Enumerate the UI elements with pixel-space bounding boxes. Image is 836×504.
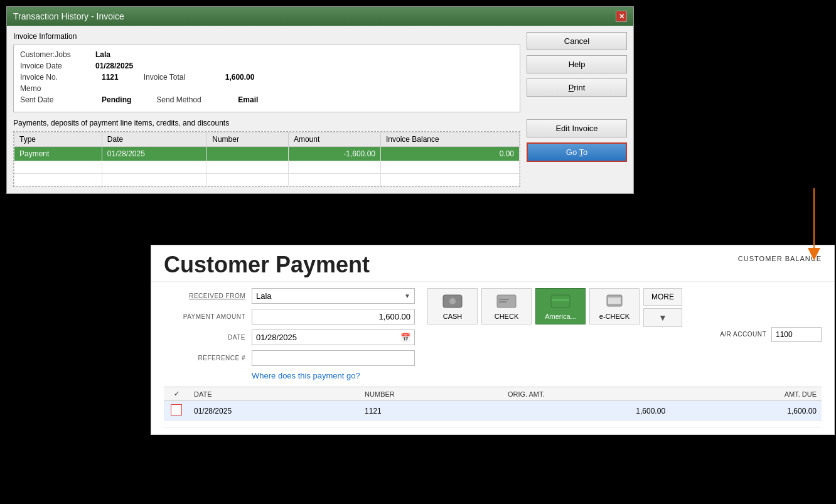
payment-link[interactable]: Where does this payment go? xyxy=(252,368,360,383)
cell-date: 01/28/2025 xyxy=(102,147,206,161)
table-row xyxy=(14,161,520,174)
more-button[interactable]: MORE xyxy=(643,288,682,306)
table-row: 01/28/2025 1121 1,600.00 1,600.00 xyxy=(164,401,822,421)
ar-account-input[interactable] xyxy=(771,327,822,342)
col-orig-amt-header: ORIG. AMT. xyxy=(503,387,670,401)
col-date: Date xyxy=(102,132,206,147)
cancel-button[interactable]: Cancel xyxy=(527,32,627,50)
invoice-no-label: Invoice No. xyxy=(20,73,95,82)
cell-amt-due: 1,600.00 xyxy=(670,401,822,421)
cell-check[interactable] xyxy=(164,401,189,421)
table-row: Payment 01/28/2025 -1,600.00 0.00 xyxy=(14,147,520,161)
close-button[interactable]: ✕ xyxy=(616,11,627,22)
col-balance: Invoice Balance xyxy=(380,132,519,147)
date-input[interactable] xyxy=(252,330,397,345)
customer-jobs-row: Customer:Jobs Lala xyxy=(20,50,513,59)
svg-rect-8 xyxy=(552,299,569,301)
orange-arrow-icon xyxy=(805,188,823,264)
dialog-right-panel: Cancel Help Print Edit Invoice Go To xyxy=(527,32,627,187)
echeck-method-button[interactable]: e-CHECK xyxy=(589,288,640,324)
america-icon xyxy=(550,292,571,310)
go-to-button[interactable]: Go To xyxy=(527,142,627,162)
reference-input[interactable] xyxy=(252,350,415,366)
svg-rect-10 xyxy=(608,298,621,304)
cell-check xyxy=(164,421,189,428)
col-amount: Amount xyxy=(288,132,380,147)
invoice-total-group: Invoice Total 1,600.00 xyxy=(144,73,255,82)
check-method-button[interactable]: CHECK xyxy=(481,288,532,324)
sent-date-group: Sent Date Pending xyxy=(20,95,131,104)
cell-date xyxy=(189,421,360,428)
payments-table: Type Date Number Amount Invoice Balance … xyxy=(14,132,520,186)
reference-label: REFERENCE # xyxy=(164,355,252,362)
col-date-header: DATE xyxy=(189,387,360,401)
edit-invoice-button[interactable]: Edit Invoice xyxy=(527,119,627,137)
cell-date xyxy=(102,174,206,186)
america-method-button[interactable]: America... xyxy=(535,288,586,324)
payment-amount-label: PAYMENT AMOUNT xyxy=(164,313,252,320)
echeck-label: e-CHECK xyxy=(599,313,630,320)
received-from-input[interactable]: Lala ▼ xyxy=(252,288,415,304)
check-icon xyxy=(496,292,517,310)
ar-account-section: A/R ACCOUNT xyxy=(720,288,822,380)
transaction-history-dialog: Transaction History - Invoice ✕ Invoice … xyxy=(6,6,634,194)
invoice-total-label: Invoice Total xyxy=(144,73,219,82)
payment-amount-input[interactable] xyxy=(252,309,415,324)
cell-balance: 0.00 xyxy=(380,147,519,161)
cell-number xyxy=(207,147,289,161)
check-label: CHECK xyxy=(495,313,519,320)
cell-date xyxy=(102,161,206,174)
payment-methods: CASH CHECK America... e-CHECK xyxy=(427,288,682,380)
cell-number xyxy=(360,421,503,428)
dropdown-arrow-icon: ▼ xyxy=(404,292,410,299)
sent-date-value: Pending xyxy=(102,95,131,104)
cash-method-button[interactable]: CASH xyxy=(427,288,478,324)
cell-number xyxy=(207,161,289,174)
customer-jobs-label: Customer:Jobs xyxy=(20,50,95,59)
cell-date: 01/28/2025 xyxy=(189,401,360,421)
table-row xyxy=(164,421,822,428)
received-from-row: RECEIVED FROM Lala ▼ xyxy=(164,288,415,304)
cell-balance xyxy=(380,174,519,186)
reference-row: REFERENCE # xyxy=(164,350,415,366)
cell-type xyxy=(14,174,102,186)
cell-orig-amt xyxy=(503,421,670,428)
cell-amount xyxy=(288,174,380,186)
cell-balance xyxy=(380,161,519,174)
dialog-left-panel: Invoice Information Customer:Jobs Lala I… xyxy=(13,32,520,187)
payments-table-wrap: Type Date Number Amount Invoice Balance … xyxy=(13,131,520,187)
dialog-titlebar: Transaction History - Invoice ✕ xyxy=(7,7,633,26)
help-button[interactable]: Help xyxy=(527,55,627,73)
received-from-value: Lala xyxy=(256,291,404,301)
cp-header: Customer Payment CUSTOMER BALANCE xyxy=(151,245,834,282)
date-label: DATE xyxy=(164,334,252,341)
send-method-value: Email xyxy=(238,95,258,104)
dialog-title: Transaction History - Invoice xyxy=(13,11,124,21)
invoice-info-label: Invoice Information xyxy=(13,32,520,41)
dialog-body: Invoice Information Customer:Jobs Lala I… xyxy=(7,26,633,193)
down-button[interactable]: ▼ xyxy=(643,308,682,327)
cp-table: ✓ DATE NUMBER ORIG. AMT. AMT. DUE 01/28/… xyxy=(164,387,822,428)
col-amt-due-header: AMT. DUE xyxy=(670,387,822,401)
cp-form: RECEIVED FROM Lala ▼ PAYMENT AMOUNT DATE… xyxy=(151,282,834,387)
invoice-total-value: 1,600.00 xyxy=(225,73,255,82)
cell-amt-due xyxy=(670,421,822,428)
more-section: MORE ▼ xyxy=(643,288,682,327)
checkbox[interactable] xyxy=(171,404,182,416)
cash-label: CASH xyxy=(443,313,463,320)
ar-account-label: A/R ACCOUNT xyxy=(720,331,766,338)
payment-amount-row: PAYMENT AMOUNT xyxy=(164,309,415,324)
invoice-no-value: 1121 xyxy=(102,73,119,82)
cp-form-left: RECEIVED FROM Lala ▼ PAYMENT AMOUNT DATE… xyxy=(164,288,415,380)
cell-amount xyxy=(288,161,380,174)
cell-type xyxy=(14,161,102,174)
send-method-group: Send Method Email xyxy=(156,95,258,104)
payments-label: Payments, deposits of payment line items… xyxy=(13,119,520,127)
cell-amount: -1,600.00 xyxy=(288,147,380,161)
print-button[interactable]: Print xyxy=(527,78,627,97)
cell-type: Payment xyxy=(14,147,102,161)
col-number-header: NUMBER xyxy=(360,387,503,401)
calendar-icon[interactable]: 📅 xyxy=(397,331,414,343)
memo-row: Memo xyxy=(20,84,513,93)
invoice-date-value: 01/28/2025 xyxy=(95,62,133,70)
